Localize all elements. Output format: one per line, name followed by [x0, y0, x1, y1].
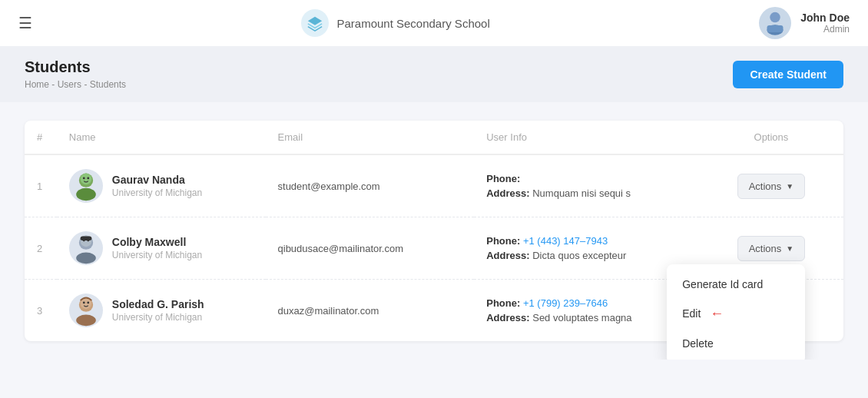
svg-point-17 [83, 302, 85, 304]
col-header-name: Name [57, 121, 266, 154]
student-details: Soledad G. Parish University of Michigan [112, 298, 204, 323]
student-school: University of Michigan [112, 250, 202, 260]
row-student: Gaurav Nanda University of Michigan [57, 154, 266, 217]
student-cell: Soledad G. Parish University of Michigan [69, 294, 253, 327]
address-row: Address: Sed voluptates magna [486, 312, 687, 323]
student-details: Gaurav Nanda University of Michigan [112, 174, 202, 198]
row-student: Soledad G. Parish University of Michigan [57, 280, 266, 342]
actions-dropdown-container: Actions ▼ Generate Id card Edit ← Delete [737, 236, 806, 261]
student-details: Colby Maxwell University of Michigan [112, 236, 202, 260]
table-row: 1 Gaurav Nanda University of Michigan st… [25, 154, 843, 217]
delete-label: Delete [682, 337, 713, 350]
actions-label: Actions [749, 243, 782, 254]
student-school: University of Michigan [112, 312, 204, 323]
student-school: University of Michigan [112, 187, 202, 198]
col-header-num: # [25, 121, 57, 154]
row-info: Phone: +1 (443) 147–7943 Address: Dicta … [474, 217, 699, 280]
breadcrumb-home[interactable]: Home [25, 79, 49, 90]
svg-point-4 [76, 188, 96, 201]
breadcrumb-sep2: - [84, 79, 89, 90]
actions-button-2[interactable]: Actions ▼ [737, 236, 806, 261]
row-info: Phone: Address: Numquam nisi sequi s [474, 154, 699, 217]
address-row: Address: Dicta quos excepteur [486, 250, 687, 261]
table-body: 1 Gaurav Nanda University of Michigan st… [25, 154, 843, 341]
row-student: Colby Maxwell University of Michigan [57, 217, 266, 280]
email-value: duxaz@mailinator.com [278, 305, 379, 317]
chevron-down-icon: ▼ [786, 244, 793, 253]
table-header: # Name Email User Info Options [25, 121, 843, 154]
col-header-options: Options [699, 121, 843, 154]
svg-point-5 [80, 174, 91, 185]
row-options: Actions ▼ Generate Id card Edit ← Delete [699, 217, 843, 280]
chevron-down-icon: ▼ [786, 182, 793, 191]
svg-point-0 [770, 12, 780, 23]
phone-row: Phone: +1 (443) 147–7943 [486, 235, 687, 247]
info-cell: Phone: +1 (443) 147–7943 Address: Dicta … [486, 235, 687, 261]
row-email: qibudusace@mailinator.com [266, 217, 475, 280]
student-avatar [69, 231, 103, 265]
svg-point-9 [76, 253, 96, 264]
create-student-button[interactable]: Create Student [733, 61, 843, 88]
col-header-email: Email [266, 121, 475, 154]
row-info: Phone: +1 (799) 239–7646 Address: Sed vo… [474, 280, 699, 342]
table-row: 2 Colby Maxwell University of Michigan q… [25, 217, 843, 280]
breadcrumb-users[interactable]: Users [58, 79, 81, 90]
school-name: Paramount Secondary School [336, 17, 489, 30]
user-name: John Doe [800, 12, 850, 24]
student-avatar [69, 294, 103, 327]
menu-icon[interactable]: ☰ [18, 14, 32, 32]
dropdown-edit[interactable]: Edit ← [667, 298, 805, 330]
breadcrumb-students: Students [90, 79, 126, 90]
email-value: qibudusace@mailinator.com [278, 243, 404, 254]
breadcrumb-sep1: - [51, 79, 57, 90]
main-content: # Name Email User Info Options 1 [0, 102, 868, 360]
dropdown-delete[interactable]: Delete [667, 330, 805, 357]
svg-point-6 [83, 177, 85, 180]
row-num: 2 [25, 217, 57, 280]
breadcrumb: Home - Users - Students [25, 79, 126, 90]
info-cell: Phone: +1 (799) 239–7646 Address: Sed vo… [486, 297, 687, 323]
avatar [759, 7, 791, 39]
header: ☰ Paramount Secondary School John Doe Ad… [0, 0, 868, 46]
student-name: Gaurav Nanda [112, 174, 202, 186]
edit-label: Edit [682, 307, 701, 320]
student-cell: Colby Maxwell University of Michigan [69, 231, 253, 265]
student-name: Soledad G. Parish [112, 298, 204, 310]
email-value: student@example.com [278, 181, 380, 192]
actions-button-1[interactable]: Actions ▼ [737, 174, 806, 199]
edit-arrow-icon: ← [710, 306, 724, 322]
student-avatar [69, 169, 103, 203]
svg-rect-2 [767, 25, 784, 32]
info-cell: Phone: Address: Numquam nisi sequi s [486, 173, 687, 199]
row-num: 1 [25, 154, 57, 217]
header-right: John Doe Admin [759, 7, 850, 39]
school-logo [301, 9, 329, 37]
students-table: # Name Email User Info Options 1 [25, 121, 843, 341]
phone-row: Phone: +1 (799) 239–7646 [486, 297, 687, 309]
page-title: Students [25, 58, 126, 76]
page-header: Students Home - Users - Students Create … [0, 46, 868, 102]
address-row: Address: Numquam nisi sequi s [486, 187, 687, 199]
phone-row: Phone: [486, 173, 687, 184]
user-role: Admin [800, 24, 850, 35]
svg-point-18 [87, 302, 89, 304]
col-header-info: User Info [474, 121, 699, 154]
svg-point-7 [87, 177, 89, 180]
row-email: duxaz@mailinator.com [266, 280, 475, 342]
actions-label: Actions [749, 181, 782, 192]
students-table-card: # Name Email User Info Options 1 [25, 121, 843, 341]
row-email: student@example.com [266, 154, 475, 217]
generate-id-label: Generate Id card [682, 278, 763, 290]
user-info: John Doe Admin [800, 12, 850, 35]
row-options: Actions ▼ [699, 154, 843, 217]
row-num: 3 [25, 280, 57, 342]
student-name: Colby Maxwell [112, 236, 202, 248]
svg-rect-13 [80, 236, 91, 240]
svg-point-15 [76, 315, 96, 327]
page-header-left: Students Home - Users - Students [25, 58, 126, 90]
header-left: ☰ [18, 14, 32, 32]
header-center: Paramount Secondary School [301, 9, 489, 37]
dropdown-menu: Generate Id card Edit ← Delete [667, 264, 805, 360]
dropdown-generate-id[interactable]: Generate Id card [667, 270, 805, 298]
student-cell: Gaurav Nanda University of Michigan [69, 169, 253, 203]
